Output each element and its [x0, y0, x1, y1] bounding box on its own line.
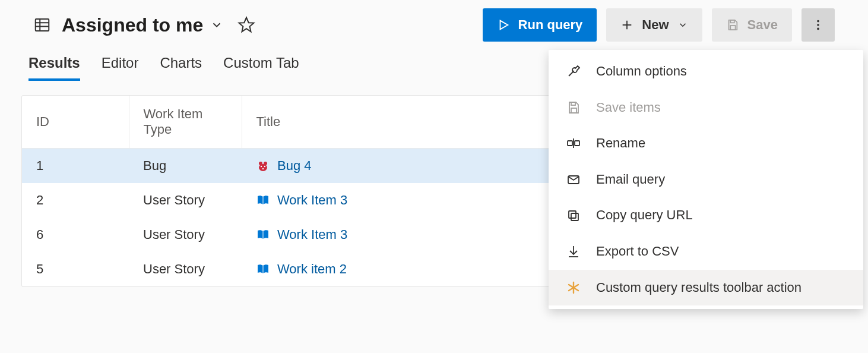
menu-item-label: Copy query URL [596, 207, 847, 224]
toolbar: Run query New [483, 8, 835, 42]
svg-point-10 [817, 20, 819, 23]
cell-type: Bug [129, 149, 242, 184]
tab-custom[interactable]: Custom Tab [223, 55, 299, 81]
favorite-button[interactable] [234, 12, 259, 37]
svg-rect-24 [571, 108, 576, 113]
tab-label: Results [28, 55, 80, 71]
plus-icon [620, 18, 633, 31]
svg-marker-5 [500, 21, 508, 30]
rename-icon [565, 136, 582, 150]
more-actions-button[interactable] [802, 8, 835, 42]
svg-rect-26 [575, 141, 579, 146]
cell-id: 5 [22, 252, 129, 286]
work-item-link[interactable]: Work Item 3 [277, 193, 347, 208]
tab-results[interactable]: Results [28, 55, 80, 81]
run-query-button[interactable]: Run query [483, 8, 597, 42]
cell-id: 2 [22, 183, 129, 218]
book-icon [256, 228, 270, 242]
svg-point-15 [259, 164, 267, 171]
save-button: Save [712, 8, 792, 42]
cell-type: User Story [129, 183, 242, 218]
chevron-down-icon [677, 20, 688, 30]
col-type[interactable]: Work Item Type [129, 96, 242, 149]
cell-id: 6 [22, 218, 129, 252]
tab-label: Editor [102, 55, 139, 71]
svg-point-12 [817, 28, 819, 30]
menu-item-download[interactable]: Export to CSV [549, 234, 863, 270]
svg-rect-9 [730, 26, 735, 30]
col-id[interactable]: ID [22, 96, 129, 149]
run-query-label: Run query [518, 17, 583, 33]
svg-point-17 [264, 166, 265, 167]
tab-label: Custom Tab [223, 55, 299, 71]
query-icon [33, 16, 51, 34]
copy-icon [565, 209, 582, 223]
cell-type: User Story [129, 252, 242, 286]
new-button[interactable]: New [606, 8, 702, 42]
play-icon [497, 18, 510, 31]
chevron-down-icon [210, 18, 223, 31]
menu-item-rename[interactable]: Rename [549, 125, 863, 162]
asterisk-icon [565, 280, 582, 295]
mail-icon [565, 172, 582, 187]
cell-id: 1 [22, 149, 129, 184]
star-icon [237, 16, 255, 34]
svg-line-22 [569, 71, 574, 76]
menu-item-label: Column options [596, 63, 847, 80]
save-icon [726, 18, 739, 31]
more-actions-menu: Column optionsSave itemsRenameEmail quer… [549, 50, 863, 309]
menu-item-asterisk[interactable]: Custom query results toolbar action [549, 270, 863, 306]
svg-rect-29 [571, 213, 578, 220]
book-icon [256, 262, 270, 276]
save-icon [565, 100, 582, 115]
menu-item-label: Export to CSV [596, 243, 847, 260]
menu-item-mail[interactable]: Email query [549, 162, 863, 198]
menu-item-label: Custom query results toolbar action [596, 279, 847, 297]
wrench-icon [565, 64, 582, 78]
svg-rect-30 [569, 211, 576, 218]
work-item-link[interactable]: Work item 2 [277, 261, 347, 277]
svg-point-16 [261, 166, 262, 167]
menu-item-label: Rename [596, 135, 847, 152]
save-label: Save [747, 17, 778, 33]
book-icon [256, 193, 270, 207]
svg-rect-0 [36, 19, 49, 31]
menu-item-wrench[interactable]: Column options [549, 53, 863, 90]
page-title-text: Assigned to me [62, 14, 203, 36]
bug-icon [256, 159, 270, 173]
header: Assigned to me Run query [0, 0, 868, 50]
page-title[interactable]: Assigned to me [62, 14, 223, 36]
svg-rect-23 [571, 102, 575, 105]
more-vertical-icon [812, 18, 825, 31]
svg-point-18 [262, 168, 264, 169]
work-item-link[interactable]: Bug 4 [277, 158, 312, 174]
menu-item-copy[interactable]: Copy query URL [549, 197, 863, 234]
tab-label: Charts [160, 55, 202, 71]
work-item-link[interactable]: Work Item 3 [277, 227, 347, 242]
title-group: Assigned to me [33, 12, 483, 37]
tab-charts[interactable]: Charts [160, 55, 202, 81]
menu-item-save: Save items [549, 90, 863, 126]
cell-type: User Story [129, 218, 242, 252]
svg-marker-4 [239, 18, 254, 32]
tab-editor[interactable]: Editor [102, 55, 139, 81]
svg-rect-25 [568, 141, 572, 146]
menu-item-label: Save items [596, 99, 847, 116]
download-icon [565, 244, 582, 259]
new-label: New [642, 17, 669, 33]
svg-rect-8 [730, 20, 734, 23]
svg-point-11 [817, 24, 819, 26]
menu-item-label: Email query [596, 171, 847, 188]
